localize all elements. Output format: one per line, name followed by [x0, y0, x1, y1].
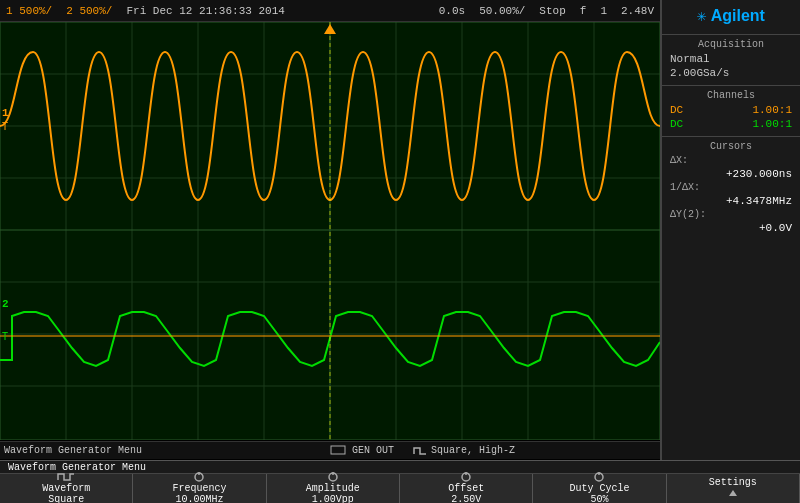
right-panel: ✳ Agilent Acquisition Normal 2.00GSa/s C…	[660, 0, 800, 460]
bottom-buttons[interactable]: Waveform Square Frequency 10.00MHz Ampli…	[0, 474, 800, 503]
scope-screen: T T 1 2	[0, 22, 660, 440]
cursors-section: Cursors ΔX: +230.000ns 1/ΔX: +4.3478MHz …	[662, 136, 800, 240]
scope-status-bar: Waveform Generator Menu GEN OUT Square, …	[0, 441, 660, 459]
bottom-bar: Waveform Generator Menu Waveform Square …	[0, 460, 800, 503]
time-value: 0.0s	[439, 5, 465, 17]
bottom-bar-top: Waveform Generator Menu	[0, 461, 800, 474]
inv-delta-x-row: 1/ΔX:	[670, 182, 792, 193]
delta-x-row: ΔX:	[670, 155, 792, 166]
delta-y2-row: ΔY(2):	[670, 209, 792, 220]
offset-icon	[459, 472, 473, 482]
frequency-button[interactable]: Frequency 10.00MHz	[133, 474, 266, 503]
wfg-menu-text: Waveform Generator Menu	[4, 445, 142, 456]
waveform-icon	[57, 472, 75, 482]
agilent-logo: ✳ Agilent	[697, 6, 765, 26]
duty-cycle-icon	[592, 472, 606, 482]
waveforms: T T	[0, 22, 660, 440]
f-ch: 1	[600, 5, 607, 17]
ch2-info: 2 500%/	[66, 5, 112, 17]
f-value: 2.48V	[621, 5, 654, 17]
settings-button[interactable]: Settings	[667, 474, 800, 503]
acquisition-section: Acquisition Normal 2.00GSa/s	[662, 34, 800, 85]
svg-text:T: T	[2, 331, 8, 342]
ch1-label: 1	[2, 107, 9, 119]
ch2-channel-entry: DC 1.00:1	[670, 118, 792, 130]
ch1-channel-entry: DC 1.00:1	[670, 104, 792, 116]
amplitude-button[interactable]: Amplitude 1.00Vpp	[267, 474, 400, 503]
square-highz-label: Square, High-Z	[412, 445, 515, 456]
agilent-icon: ✳	[697, 6, 707, 26]
delta-x-value-row: +230.000ns	[670, 168, 792, 180]
svg-text:T: T	[2, 121, 8, 132]
svg-marker-31	[729, 490, 737, 496]
f-label: f	[580, 5, 587, 17]
top-status-bar: 1 500%/ 2 500%/ Fri Dec 12 21:36:33 2014…	[0, 0, 660, 22]
delta-y2-value-row: +0.0V	[670, 222, 792, 234]
amplitude-icon	[326, 472, 340, 482]
waveform-button[interactable]: Waveform Square	[0, 474, 133, 503]
inv-delta-x-value-row: +4.3478MHz	[670, 195, 792, 207]
svg-marker-21	[324, 24, 336, 34]
offset-button[interactable]: Offset 2.50V	[400, 474, 533, 503]
timebase: 50.00%/	[479, 5, 525, 17]
acq-rate-row: 2.00GSa/s	[670, 67, 792, 79]
gen-out-label: GEN OUT	[330, 445, 394, 456]
trigger-status: Stop	[539, 5, 565, 17]
channels-section: Channels DC 1.00:1 DC 1.00:1	[662, 85, 800, 136]
ch2-label: 2	[2, 298, 9, 310]
datetime: Fri Dec 12 21:36:33 2014	[126, 5, 284, 17]
duty-cycle-button[interactable]: Duty Cycle 50%	[533, 474, 666, 503]
ch1-info: 1 500%/	[6, 5, 52, 17]
svg-rect-22	[331, 446, 345, 454]
frequency-icon	[192, 472, 206, 482]
acq-mode-row: Normal	[670, 53, 792, 65]
